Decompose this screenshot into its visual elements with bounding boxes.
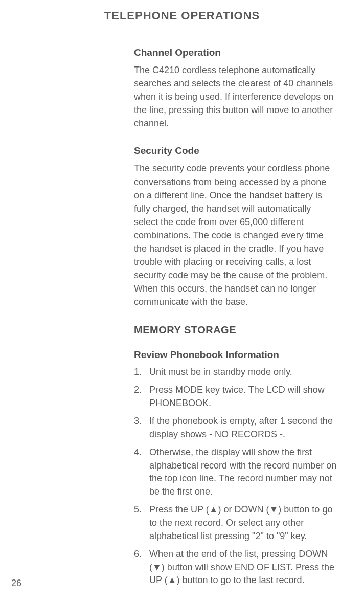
page-number: 26 — [11, 578, 21, 589]
list-item: Otherwise, the display will show the fir… — [134, 446, 337, 498]
page-title: TELEPHONE OPERATIONS — [0, 9, 364, 23]
steps-list: Unit must be in standby mode only. Press… — [134, 366, 337, 587]
list-item: Press the UP (▲) or DOWN (▼) button to g… — [134, 503, 337, 543]
body-channel-operation: The C4210 cordless telephone automatical… — [134, 63, 337, 130]
content-area: Channel Operation The C4210 cordless tel… — [134, 47, 337, 587]
heading-review-phonebook: Review Phonebook Information — [134, 349, 337, 361]
heading-security-code: Security Code — [134, 145, 337, 157]
heading-memory-storage: MEMORY STORAGE — [134, 324, 337, 336]
list-item: Press MODE key twice. The LCD will show … — [134, 384, 337, 410]
list-item: Unit must be in standby mode only. — [134, 366, 337, 379]
body-security-code: The security code prevents your cordless… — [134, 162, 337, 308]
list-item: When at the end of the list, pressing DO… — [134, 548, 337, 587]
heading-channel-operation: Channel Operation — [134, 47, 337, 58]
list-item: If the phonebook is empty, after 1 secon… — [134, 415, 337, 441]
